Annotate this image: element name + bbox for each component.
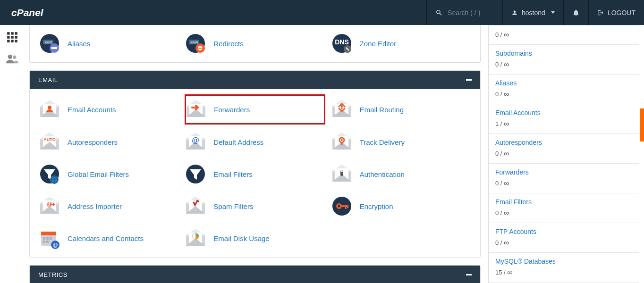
app-label: Spam Filters <box>213 202 253 210</box>
stat-label[interactable]: Subdomains <box>495 50 532 57</box>
panel-body: .comAliases.comRedirectsDNSZone Editor <box>30 25 480 62</box>
stat-row: Email Filters0 / ∞ <box>489 193 639 223</box>
autoresponders-icon: AUTO <box>38 131 61 153</box>
svg-rect-87 <box>46 241 49 243</box>
app-forwarders[interactable]: Forwarders <box>185 94 325 125</box>
stat-label[interactable]: Forwarders <box>495 168 529 176</box>
scrollbar-indicator <box>640 108 644 142</box>
stat-label[interactable]: Email Accounts <box>495 109 541 117</box>
svg-rect-86 <box>43 241 45 243</box>
main-scroll-area: .comAliases.comRedirectsDNSZone EditorEM… <box>25 25 644 283</box>
app-authentication[interactable]: Authentication <box>330 159 472 189</box>
app-label: Address Importer <box>68 202 122 210</box>
panel-header[interactable]: METRICS <box>30 266 480 283</box>
svg-text:.com: .com <box>190 40 199 44</box>
app-label: Track Delivery <box>360 138 405 146</box>
email-disk-usage-icon <box>184 227 207 250</box>
aliases-icon: .com <box>38 32 61 55</box>
app-autoresponders[interactable]: AUTO Autoresponders <box>38 127 179 157</box>
stat-row: Subdomains0 / ∞ <box>489 45 639 75</box>
app-zone-editor[interactable]: DNSZone Editor <box>330 28 472 58</box>
redirects-icon: .com <box>184 32 207 55</box>
username-label: hostond <box>522 9 545 17</box>
app-label: Global Email Filters <box>68 170 129 178</box>
bell-icon <box>572 9 580 17</box>
app-aliases[interactable]: .comAliases <box>38 28 179 58</box>
stat-label[interactable]: Email Filters <box>495 198 532 206</box>
panel-title: METRICS <box>38 271 68 278</box>
svg-rect-23 <box>197 48 203 49</box>
app-track-delivery[interactable]: Track Delivery <box>330 127 472 157</box>
app-spam-filters[interactable]: Spam Filters <box>184 191 325 221</box>
address-importer-icon: @ <box>38 195 61 217</box>
brand-logo[interactable]: cPanel <box>0 6 76 19</box>
svg-rect-9 <box>15 40 17 42</box>
collapse-icon[interactable] <box>466 274 472 275</box>
main-column: .comAliases.comRedirectsDNSZone EditorEM… <box>29 25 481 283</box>
track-delivery-icon <box>330 131 353 153</box>
stat-label[interactable]: Autoresponders <box>495 139 542 146</box>
svg-text:cPanel: cPanel <box>11 7 44 18</box>
app-label: Zone Editor <box>360 40 397 48</box>
svg-text:@: @ <box>52 242 58 248</box>
svg-text:DNS: DNS <box>335 38 349 46</box>
stat-value: 0 / ∞ <box>495 31 509 38</box>
app-default-address[interactable]: @ Default Address <box>184 127 325 157</box>
app-label: Autoresponders <box>68 138 118 146</box>
logout-icon <box>597 9 604 16</box>
global-search[interactable] <box>426 0 502 25</box>
svg-point-77 <box>338 205 340 208</box>
panel-email: EMAIL Email Accounts Forwarders Email Ro… <box>29 70 481 258</box>
app-address-importer[interactable]: @ Address Importer <box>38 191 179 221</box>
users-icon <box>6 53 19 65</box>
stat-value: 0 / ∞ <box>495 239 509 246</box>
svg-rect-6 <box>15 36 17 38</box>
app-label: Email Routing <box>360 106 404 114</box>
email-routing-icon <box>330 98 353 121</box>
panel-title: EMAIL <box>38 76 58 83</box>
svg-point-31 <box>48 106 51 109</box>
stat-value: 0 / ∞ <box>495 180 509 187</box>
stat-row: 0 / ∞ <box>489 25 639 45</box>
stat-value: 0 / ∞ <box>495 150 509 157</box>
svg-point-55 <box>341 139 343 141</box>
collapse-icon[interactable] <box>466 79 472 81</box>
email-filters-icon <box>184 163 207 185</box>
logout-button[interactable]: LOGOUT <box>588 0 644 25</box>
svg-text:AUTO: AUTO <box>43 137 55 142</box>
stat-label[interactable]: Aliases <box>495 79 517 87</box>
app-email-accounts[interactable]: Email Accounts <box>38 94 179 125</box>
user-menu[interactable]: hostond <box>502 0 563 25</box>
stat-value: 0 / ∞ <box>495 209 509 216</box>
stat-label[interactable]: MySQL® Databases <box>495 258 556 265</box>
app-email-disk-usage[interactable]: Email Disk Usage <box>184 223 325 253</box>
svg-text:@: @ <box>192 136 200 144</box>
search-icon <box>435 9 443 17</box>
stat-label[interactable]: FTP Accounts <box>495 228 536 235</box>
app-calendars-contacts[interactable]: @Calendars and Contacts <box>38 223 179 253</box>
app-encryption[interactable]: Encryption <box>330 191 472 221</box>
search-input[interactable] <box>447 8 494 17</box>
spam-filters-icon <box>184 195 207 217</box>
svg-rect-4 <box>7 36 9 38</box>
svg-rect-8 <box>11 40 13 42</box>
app-redirects[interactable]: .comRedirects <box>184 28 325 58</box>
svg-rect-17 <box>51 47 57 49</box>
notifications-button[interactable] <box>563 0 588 25</box>
stat-row: Autoresponders0 / ∞ <box>489 134 639 164</box>
app-email-routing[interactable]: Email Routing <box>330 94 472 125</box>
logout-label: LOGOUT <box>608 9 636 17</box>
panel-header[interactable]: EMAIL <box>30 71 480 89</box>
app-email-filters[interactable]: Email Filters <box>184 159 325 189</box>
app-label: Email Accounts <box>68 106 116 114</box>
stat-value: 1 / ∞ <box>495 120 509 127</box>
rail-apps-grid[interactable] <box>6 31 19 44</box>
app-label: Forwarders <box>214 106 250 114</box>
stat-value: 0 / ∞ <box>495 61 509 68</box>
app-global-email-filters[interactable]: Global Email Filters <box>38 159 179 189</box>
svg-rect-85 <box>50 237 52 240</box>
default-address-icon: @ <box>184 131 207 153</box>
svg-rect-1 <box>7 32 9 34</box>
rail-users[interactable] <box>6 52 19 66</box>
app-label: Aliases <box>68 40 90 48</box>
